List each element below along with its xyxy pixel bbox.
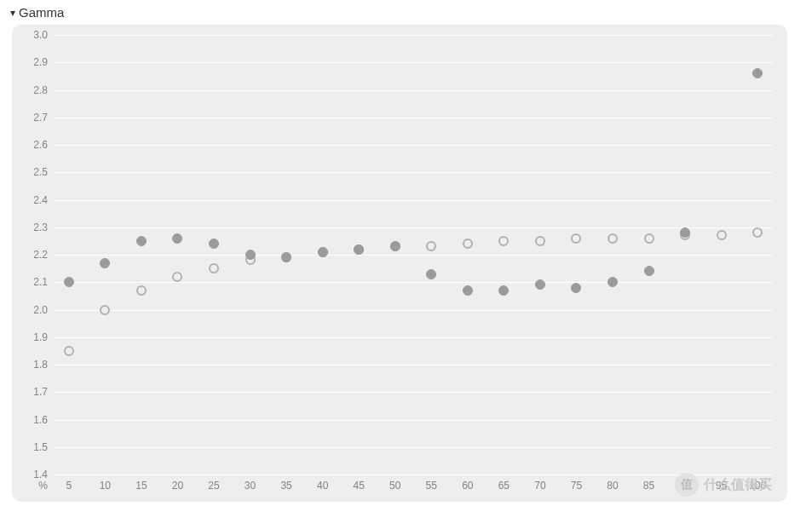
x-tick-label: 35 [280, 475, 291, 492]
y-tick-label: 2.5 [33, 166, 55, 178]
grid-line [55, 447, 772, 448]
grid-line [55, 90, 772, 91]
y-tick-label: 2.2 [33, 249, 55, 261]
x-tick-label: 80 [607, 475, 618, 492]
data-point [608, 233, 618, 244]
grid-line [55, 475, 772, 475]
x-tick-label: 45 [353, 475, 364, 492]
data-point [535, 279, 545, 290]
data-point [571, 233, 581, 244]
data-point [644, 266, 654, 276]
data-point [64, 277, 74, 287]
data-point [680, 227, 690, 238]
y-tick-label: 2.7 [33, 112, 55, 124]
data-point [390, 241, 400, 251]
grid-line [55, 145, 772, 146]
data-point [281, 252, 291, 262]
x-tick-label: 5 [66, 475, 72, 492]
data-point [535, 236, 545, 246]
y-tick-label: 2.6 [33, 139, 55, 151]
grid-line [55, 62, 772, 63]
x-tick-label: 20 [172, 475, 183, 492]
y-tick-label: 1.4 [33, 469, 55, 480]
grid-line [55, 227, 772, 228]
y-tick-label: 2.1 [33, 276, 55, 288]
grid-line [55, 118, 772, 118]
data-point [752, 227, 763, 238]
grid-line [55, 35, 772, 36]
x-tick-label: 55 [426, 475, 437, 492]
data-point [354, 244, 364, 255]
y-tick-label: 2.3 [33, 221, 55, 233]
grid-line [55, 392, 772, 393]
y-tick-label: 3.0 [33, 29, 55, 41]
grid-line [55, 365, 772, 365]
data-point [100, 305, 110, 315]
grid-line [55, 420, 772, 421]
x-tick-label: 30 [245, 475, 256, 492]
y-tick-label: 1.7 [33, 386, 55, 398]
y-tick-label: 1.5 [33, 441, 55, 453]
data-point [136, 285, 147, 296]
data-point [498, 236, 509, 246]
gamma-chart: % 1.41.51.61.71.81.92.02.12.22.32.42.52.… [12, 25, 787, 502]
x-tick-label: 70 [534, 475, 545, 492]
y-tick-label: 1.6 [33, 414, 55, 426]
plot-area: % 1.41.51.61.71.81.92.02.12.22.32.42.52.… [55, 35, 772, 475]
data-point [172, 233, 182, 244]
x-tick-label: 90 [679, 475, 690, 492]
data-point [463, 239, 473, 249]
data-point [64, 346, 74, 356]
y-tick-label: 1.9 [33, 331, 55, 343]
data-point [318, 247, 328, 257]
x-tick-label: 50 [389, 475, 400, 492]
x-tick-label: 60 [462, 475, 473, 492]
y-tick-label: 1.8 [33, 359, 55, 371]
x-tick-label: 65 [498, 475, 510, 492]
x-tick-label: 25 [208, 475, 219, 492]
x-tick-label: 75 [571, 475, 582, 492]
panel-header-toggle[interactable]: ▾ Gamma [9, 3, 800, 25]
x-tick-label: 15 [135, 475, 147, 492]
data-point [752, 68, 763, 78]
x-tick-label: 40 [317, 475, 328, 492]
y-tick-label: 2.0 [33, 304, 55, 316]
grid-line [55, 310, 772, 311]
data-point [717, 230, 727, 240]
y-tick-label: 2.4 [33, 194, 55, 206]
x-tick-label: 95 [716, 475, 727, 492]
data-point [100, 258, 110, 268]
data-point [172, 272, 182, 282]
data-point [136, 236, 147, 246]
y-tick-label: 2.9 [33, 56, 55, 68]
panel-title: Gamma [19, 5, 64, 20]
data-point [426, 269, 436, 279]
gamma-panel: ▾ Gamma % 1.41.51.61.71.81.92.02.12.22.3… [0, 0, 812, 512]
data-point [426, 241, 436, 251]
x-tick-label: 85 [643, 475, 654, 492]
data-point [498, 285, 509, 296]
x-tick-label: 10 [100, 475, 111, 492]
data-point [463, 285, 473, 296]
data-point [571, 283, 581, 293]
chevron-down-icon: ▾ [10, 8, 15, 18]
data-point [608, 277, 618, 287]
data-point [245, 250, 256, 260]
y-tick-label: 2.8 [33, 84, 55, 96]
data-point [209, 263, 219, 273]
data-point [644, 233, 654, 244]
grid-line [55, 255, 772, 256]
x-tick-label: 100 [749, 475, 766, 492]
grid-line [55, 337, 772, 338]
data-point [209, 239, 219, 249]
grid-line [55, 282, 772, 283]
grid-line [55, 172, 772, 173]
grid-line [55, 200, 772, 201]
